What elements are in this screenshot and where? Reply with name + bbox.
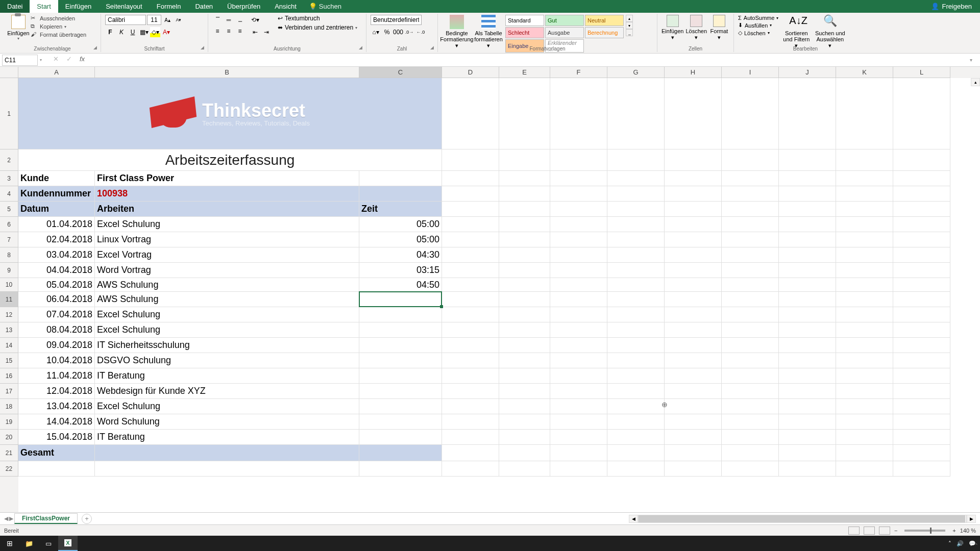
- cell[interactable]: [836, 322, 893, 338]
- gesamt-label[interactable]: Gesamt: [18, 445, 95, 461]
- cell[interactable]: [779, 368, 836, 384]
- cell[interactable]: [722, 353, 779, 368]
- cell[interactable]: [442, 186, 499, 202]
- tell-me-search[interactable]: 💡 Suchen: [309, 3, 341, 10]
- cell[interactable]: [550, 171, 607, 186]
- column-header-L[interactable]: L: [893, 67, 950, 78]
- cell[interactable]: [607, 263, 665, 278]
- select-all-corner[interactable]: [0, 67, 18, 78]
- align-center-button[interactable]: ≡: [224, 26, 234, 36]
- cell[interactable]: [836, 384, 893, 399]
- align-left-button[interactable]: ≡: [212, 26, 223, 36]
- conditional-formatting-button[interactable]: Bedingte Formatierung▾: [442, 15, 472, 48]
- decrease-indent-button[interactable]: ⇤: [250, 27, 260, 37]
- styles-scroll-down[interactable]: ▾: [626, 22, 633, 29]
- cell[interactable]: [893, 263, 950, 278]
- cell-zeit[interactable]: [359, 414, 442, 430]
- cell[interactable]: [665, 232, 722, 247]
- cell[interactable]: [779, 247, 836, 263]
- cell[interactable]: [550, 217, 607, 232]
- task-view-button[interactable]: ▭: [39, 536, 58, 551]
- cell[interactable]: [779, 430, 836, 445]
- label-kundennummer[interactable]: Kundennummer: [18, 186, 95, 202]
- cell[interactable]: [607, 338, 665, 353]
- cell[interactable]: [893, 78, 950, 149]
- cell[interactable]: [607, 384, 665, 399]
- scroll-right-button[interactable]: ▶: [967, 515, 976, 523]
- cell[interactable]: [836, 292, 893, 307]
- clipboard-dialog-launcher[interactable]: ◢: [93, 45, 100, 51]
- cell[interactable]: [607, 414, 665, 430]
- cell[interactable]: [836, 353, 893, 368]
- normal-view-button[interactable]: [848, 527, 860, 535]
- cell[interactable]: [836, 445, 893, 461]
- cell[interactable]: [779, 217, 836, 232]
- page-layout-view-button[interactable]: [864, 527, 875, 535]
- row-headers[interactable]: 12345678910111213141516171819202122: [0, 78, 18, 512]
- cell[interactable]: [499, 278, 550, 292]
- excel-taskbar-button[interactable]: X: [58, 536, 78, 551]
- spreadsheet-grid[interactable]: ABCDEFGHIJKL 123456789101112131415161718…: [0, 67, 980, 512]
- cell[interactable]: [607, 307, 665, 322]
- cell[interactable]: [722, 186, 779, 202]
- cell[interactable]: [836, 171, 893, 186]
- cell-arbeiten[interactable]: Excel Schulung: [95, 217, 359, 232]
- cell[interactable]: [893, 186, 950, 202]
- cell[interactable]: [893, 322, 950, 338]
- cell-style-berechnung[interactable]: Berechnung: [585, 27, 624, 38]
- cell-zeit[interactable]: 03:15: [359, 263, 442, 278]
- cell[interactable]: [499, 247, 550, 263]
- cell-style-ausgabe[interactable]: Ausgabe: [545, 27, 584, 38]
- font-color-button[interactable]: A▾: [161, 27, 172, 37]
- ribbon-tab-einfügen[interactable]: Einfügen: [58, 0, 99, 13]
- row-header-21[interactable]: 21: [0, 445, 18, 461]
- cell[interactable]: [665, 430, 722, 445]
- file-tab[interactable]: Datei: [0, 0, 30, 13]
- cell[interactable]: [499, 399, 550, 414]
- cell[interactable]: [550, 78, 607, 149]
- sheet-tab-active[interactable]: FirstClassPower: [14, 513, 78, 524]
- cut-button[interactable]: ✂Ausschneiden: [31, 15, 86, 22]
- name-box[interactable]: [2, 55, 38, 66]
- cell[interactable]: [665, 171, 722, 186]
- cell[interactable]: [499, 368, 550, 384]
- row-header-18[interactable]: 18: [0, 399, 18, 414]
- cell[interactable]: [442, 278, 499, 292]
- cell[interactable]: [499, 292, 550, 307]
- cell-datum[interactable]: 02.04.2018: [18, 232, 95, 247]
- cell[interactable]: [893, 430, 950, 445]
- formula-input[interactable]: [90, 55, 968, 66]
- cell[interactable]: [665, 78, 722, 149]
- cell[interactable]: [442, 217, 499, 232]
- cell[interactable]: [836, 278, 893, 292]
- cell[interactable]: [665, 322, 722, 338]
- cell[interactable]: [836, 338, 893, 353]
- cell-zeit[interactable]: [359, 322, 442, 338]
- row-header-16[interactable]: 16: [0, 368, 18, 384]
- cell[interactable]: [550, 338, 607, 353]
- cell[interactable]: [722, 368, 779, 384]
- horizontal-scrollbar[interactable]: [638, 515, 967, 523]
- cell[interactable]: [665, 353, 722, 368]
- column-header-J[interactable]: J: [779, 67, 836, 78]
- cell[interactable]: [779, 307, 836, 322]
- cell[interactable]: [836, 461, 893, 477]
- cell[interactable]: [836, 78, 893, 149]
- cell[interactable]: [893, 445, 950, 461]
- cell-datum[interactable]: 12.04.2018: [18, 384, 95, 399]
- tab-nav-prev[interactable]: ◀: [4, 515, 8, 522]
- cell[interactable]: [893, 368, 950, 384]
- row-header-9[interactable]: 9: [0, 263, 18, 278]
- row-header-19[interactable]: 19: [0, 414, 18, 430]
- cell-datum[interactable]: 06.04.2018: [18, 292, 95, 307]
- cell[interactable]: [550, 307, 607, 322]
- cell-datum[interactable]: 09.04.2018: [18, 338, 95, 353]
- cell[interactable]: [499, 78, 550, 149]
- cell[interactable]: [499, 338, 550, 353]
- cell[interactable]: [893, 292, 950, 307]
- zoom-slider[interactable]: [904, 530, 945, 532]
- cell[interactable]: [779, 78, 836, 149]
- cell[interactable]: [499, 232, 550, 247]
- value-kunde[interactable]: First Class Power: [95, 171, 359, 186]
- cell-style-standard[interactable]: Standard: [505, 15, 544, 26]
